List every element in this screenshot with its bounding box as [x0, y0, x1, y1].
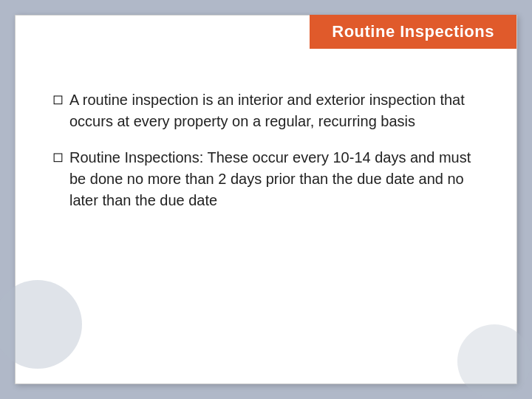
bullet-icon-2: ◻ [52, 149, 64, 165]
decorative-circle-right [457, 324, 531, 398]
content-area: ◻ A routine inspection is an interior an… [16, 75, 516, 383]
slide-container: Routine Inspections ◻ A routine inspecti… [15, 15, 517, 384]
bullet-item-2: ◻ Routine Inspections: These occur every… [52, 147, 480, 211]
slide-title: Routine Inspections [310, 15, 516, 49]
bullet-item-1: ◻ A routine inspection is an interior an… [52, 89, 480, 132]
bullet-text-1: A routine inspection is an interior and … [69, 89, 480, 132]
bullet-icon-1: ◻ [52, 91, 64, 107]
bullet-text-2: Routine Inspections: These occur every 1… [69, 147, 480, 211]
